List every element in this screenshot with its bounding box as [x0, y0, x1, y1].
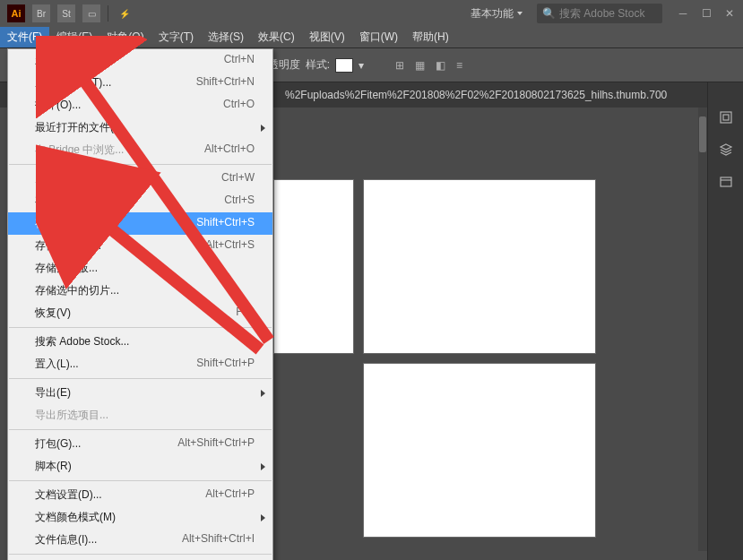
menu-item[interactable]: 搜索 Adobe Stock...: [8, 331, 272, 353]
menu-shortcut: Shift+Ctrl+N: [196, 75, 255, 90]
menu-item[interactable]: 打包(G)...Alt+Shift+Ctrl+P: [8, 433, 272, 455]
menu-shortcut: F12: [236, 306, 255, 321]
menu-item[interactable]: 打开(O)...Ctrl+O: [8, 94, 272, 116]
menu-item[interactable]: 存储副本(Y)...Alt+Ctrl+S: [8, 235, 272, 257]
menu-item-label: 恢复(V): [35, 306, 71, 321]
menu-item-label: 最近打开的文件(F): [35, 120, 124, 135]
menu-item-label: 置入(L)...: [35, 357, 79, 372]
vertical-scrollbar[interactable]: [698, 108, 707, 551]
menu-item[interactable]: 关闭(C)Ctrl+W: [8, 168, 272, 190]
menu-item[interactable]: 文件信息(I)...Alt+Shift+Ctrl+I: [8, 529, 272, 551]
menu-separator: [9, 429, 272, 430]
menu-选择[interactable]: 选择(S): [201, 27, 251, 47]
panel-menu-icon[interactable]: ≡: [454, 59, 465, 72]
menu-shortcut: Ctrl+W: [221, 171, 255, 186]
menu-item[interactable]: 存储为模板...: [8, 257, 272, 280]
menu-item[interactable]: 导出(E): [8, 382, 272, 404]
menu-shortcut: Ctrl+N: [224, 53, 255, 68]
menu-item-label: 存储副本(Y)...: [35, 238, 101, 254]
isolate-icon[interactable]: ◧: [433, 59, 448, 72]
libraries-panel-icon[interactable]: [718, 174, 734, 190]
menu-item[interactable]: 存储选中的切片...: [8, 280, 272, 302]
svg-rect-2: [721, 177, 731, 186]
menu-item[interactable]: 置入(L)...Shift+Ctrl+P: [8, 353, 272, 375]
menu-separator: [9, 164, 272, 165]
menu-item[interactable]: 存储(S)Ctrl+S: [8, 190, 272, 212]
menu-separator: [9, 480, 272, 481]
menu-item-label: 存储为(A)...: [35, 216, 91, 231]
svg-rect-1: [723, 115, 729, 120]
menu-item[interactable]: 新建(N)...Ctrl+N: [8, 49, 272, 72]
menu-separator: [9, 378, 272, 379]
menu-item-label: 文档设置(D)...: [35, 487, 102, 503]
menu-item-label: 存储为模板...: [35, 261, 98, 276]
menu-窗口[interactable]: 窗口(W): [352, 27, 405, 47]
menu-item-label: 新建(N)...: [35, 53, 81, 68]
menu-item-label: 导出所选项目...: [35, 408, 108, 423]
artboard-3[interactable]: [363, 363, 596, 538]
menu-shortcut: Alt+Ctrl+S: [205, 238, 255, 254]
chevron-down-icon: [517, 12, 523, 15]
transform-icon[interactable]: ▦: [412, 59, 428, 72]
file-menu-dropdown: 新建(N)...Ctrl+N从模板新建(T)...Shift+Ctrl+N打开(…: [7, 48, 273, 560]
menu-item[interactable]: 恢复(V)F12: [8, 302, 272, 324]
workspace-selector[interactable]: 基本功能: [463, 4, 530, 24]
menu-item[interactable]: 从模板新建(T)...Shift+Ctrl+N: [8, 72, 272, 94]
canvas-viewport[interactable]: [273, 108, 698, 551]
stock-search-input[interactable]: 🔍 搜索 Adobe Stock: [537, 4, 662, 23]
separator: [108, 5, 108, 22]
artboard-1[interactable]: [273, 179, 354, 354]
menu-shortcut: Alt+Shift+Ctrl+P: [177, 436, 255, 452]
menu-文件[interactable]: 文件(F): [0, 27, 49, 47]
menu-item-label: 搜索 Adobe Stock...: [35, 334, 129, 349]
menu-帮助[interactable]: 帮助(H): [405, 27, 456, 47]
menu-shortcut: Alt+Ctrl+P: [205, 487, 255, 503]
svg-rect-0: [721, 112, 731, 123]
menu-item-label: 导出(E): [35, 385, 71, 401]
artboard-2[interactable]: [363, 179, 596, 354]
maximize-button[interactable]: ☐: [700, 7, 713, 20]
document-tab[interactable]: %2Fuploads%2Fitem%2F201808%2F02%2F201808…: [278, 89, 674, 101]
menu-item[interactable]: 文档颜色模式(M): [8, 506, 272, 529]
menu-item[interactable]: 文档设置(D)...Alt+Ctrl+P: [8, 484, 272, 506]
menu-shortcut: Shift+Ctrl+P: [196, 357, 255, 372]
menu-item-label: 文件信息(I)...: [35, 532, 97, 547]
menu-视图[interactable]: 视图(V): [302, 27, 352, 47]
align-icon[interactable]: ⊞: [393, 59, 407, 72]
menu-separator: [9, 554, 272, 555]
layers-panel-icon[interactable]: [718, 142, 734, 158]
stock-button[interactable]: St: [57, 4, 75, 22]
menu-item-label: 关闭(C): [35, 171, 72, 186]
menu-item[interactable]: 最近打开的文件(F): [8, 116, 272, 139]
menu-item-label: 在 Bridge 中浏览...: [35, 142, 124, 158]
style-dropdown[interactable]: ▾: [359, 59, 364, 72]
right-panel-dock: [707, 82, 743, 560]
title-bar: Ai Br St ▭ ⚡ 基本功能 🔍 搜索 Adobe Stock ─ ☐ ✕: [0, 0, 743, 27]
menu-item-label: 打开(O)...: [35, 98, 81, 113]
menu-item: 在 Bridge 中浏览...Alt+Ctrl+O: [8, 139, 272, 161]
close-button[interactable]: ✕: [723, 7, 736, 20]
properties-panel-icon[interactable]: [718, 109, 734, 125]
menu-编辑[interactable]: 编辑(E): [49, 27, 99, 47]
menu-item[interactable]: 脚本(R): [8, 455, 272, 478]
menu-shortcut: Ctrl+S: [224, 194, 255, 209]
search-placeholder: 搜索 Adobe Stock: [559, 6, 644, 22]
menu-item-label: 存储(S): [35, 194, 71, 209]
menu-shortcut: Shift+Ctrl+S: [196, 216, 255, 231]
bridge-button[interactable]: Br: [32, 4, 50, 22]
menu-item-label: 存储选中的切片...: [35, 283, 119, 298]
menu-bar: 文件(F)编辑(E)对象(O)文字(T)选择(S)效果(C)视图(V)窗口(W)…: [0, 27, 743, 48]
gpu-button[interactable]: ⚡: [116, 4, 134, 22]
menu-文字[interactable]: 文字(T): [151, 27, 201, 47]
style-label: 样式:: [306, 57, 330, 73]
minimize-button[interactable]: ─: [677, 7, 689, 20]
menu-对象[interactable]: 对象(O): [99, 27, 151, 47]
menu-shortcut: Alt+Ctrl+O: [204, 142, 255, 158]
arrange-button[interactable]: ▭: [82, 4, 100, 22]
app-logo: Ai: [7, 4, 25, 22]
menu-item[interactable]: 存储为(A)...Shift+Ctrl+S: [8, 212, 272, 235]
scrollbar-thumb[interactable]: [699, 116, 706, 152]
style-swatch[interactable]: [335, 58, 353, 73]
menu-效果[interactable]: 效果(C): [251, 27, 302, 47]
workspace-label: 基本功能: [471, 6, 514, 22]
